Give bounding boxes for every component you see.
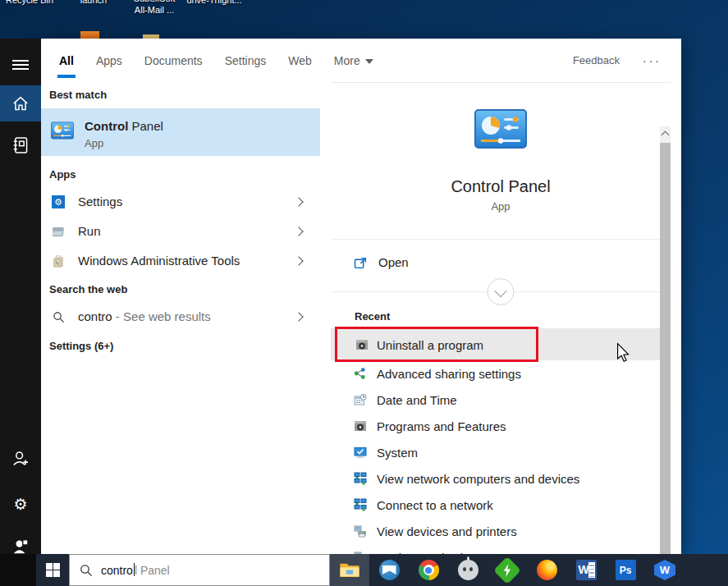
taskbar-item-chrome[interactable]	[409, 554, 448, 586]
recent-item[interactable]: Date and Time	[331, 387, 671, 413]
robot-icon	[458, 560, 478, 580]
expand-chevron-button[interactable]	[488, 278, 515, 305]
web-result-row[interactable]: contro - See web results	[41, 304, 320, 330]
tab-apps[interactable]: Apps	[96, 54, 122, 67]
feedback-button[interactable]: Feedback	[573, 54, 620, 66]
chevron-right-icon[interactable]	[294, 312, 303, 321]
taskbar-item-firefox[interactable]	[527, 554, 566, 586]
chevron-right-icon[interactable]	[294, 197, 303, 206]
scroll-up-icon[interactable]	[662, 131, 670, 140]
thunderbird-icon	[379, 560, 400, 580]
person-add-icon	[11, 450, 30, 468]
recent-item[interactable]: System	[331, 439, 671, 465]
divider	[331, 239, 671, 240]
search-input-typed-text[interactable]: contro	[101, 564, 133, 577]
taskbar-item-flashget[interactable]	[488, 554, 527, 586]
app-result-settings[interactable]: ⚙ Settings	[41, 189, 320, 215]
recent-item-uninstall-a-program[interactable]: Uninstall a program	[331, 328, 671, 360]
desktop-icon-label[interactable]: Recycle Bin	[3, 0, 56, 5]
menu-hamburger-button[interactable]	[0, 47, 41, 83]
taskbar-item-photoshop[interactable]: Ps	[606, 554, 645, 586]
web-result-label: contro - See web results	[78, 309, 211, 323]
start-left-rail: ⚙	[0, 39, 41, 554]
best-match-header: Best match	[49, 89, 107, 101]
devices-printer-icon	[354, 524, 367, 538]
add-account-button[interactable]	[0, 441, 41, 477]
sharing-icon	[354, 367, 367, 380]
datetime-icon	[354, 393, 367, 406]
search-icon	[80, 564, 93, 577]
recent-item[interactable]: Advanced sharing settings	[331, 360, 671, 387]
desktop-icon-label[interactable]: drive-Thight...	[182, 0, 246, 5]
green-bolt-icon	[493, 556, 521, 584]
desktop-icon-label[interactable]: CubexSoft	[125, 0, 184, 3]
taskbar-item-thunderbird[interactable]	[369, 554, 409, 586]
search-tabs-bar: All Apps Documents Settings Web More Fee…	[41, 39, 681, 82]
network-icon	[354, 498, 367, 511]
scrollbar-thumb[interactable]	[660, 143, 671, 582]
scrollbar[interactable]	[660, 126, 671, 586]
chevron-right-icon[interactable]	[294, 227, 303, 236]
preview-app-subtitle: App	[331, 200, 671, 213]
preview-panel: Control Panel App Open Recent Uninstall …	[331, 82, 671, 554]
apps-header: Apps	[49, 168, 76, 181]
preview-app-title: Control Panel	[331, 177, 671, 196]
chrome-icon	[419, 560, 439, 580]
taskbar-search-box[interactable]: control Panel	[69, 554, 330, 586]
chevron-down-icon	[494, 285, 507, 298]
photoshop-icon: Ps	[616, 560, 636, 580]
windows-logo-icon	[46, 563, 60, 577]
settings-button[interactable]: ⚙	[0, 486, 41, 522]
taskbar-item-file-explorer[interactable]	[330, 554, 369, 586]
programs-icon	[355, 338, 369, 351]
desktop-icon-label[interactable]: launch	[72, 0, 115, 5]
settings-app-icon: ⚙	[52, 195, 65, 208]
search-web-header: Search the web	[49, 283, 127, 295]
taskbar-item-word[interactable]: W	[566, 554, 606, 586]
taskbar-left-gap	[0, 554, 36, 586]
open-external-icon	[354, 256, 368, 270]
chevron-right-icon[interactable]	[294, 256, 303, 265]
network-icon	[354, 472, 367, 485]
active-tab-underline	[57, 75, 76, 78]
search-icon	[53, 311, 65, 323]
recent-item[interactable]: Programs and Features	[331, 413, 671, 439]
tab-all[interactable]: All	[59, 54, 74, 67]
wps-office-icon: W	[654, 560, 675, 580]
recent-item[interactable]: View network computers and devices	[331, 465, 671, 492]
recent-header: Recent	[355, 310, 390, 323]
tab-more[interactable]: More	[334, 54, 373, 67]
tab-web[interactable]: Web	[288, 54, 312, 67]
gear-icon: ⚙	[13, 497, 27, 512]
best-match-subtitle: App	[85, 137, 103, 149]
taskbar-icons: W Ps W	[330, 554, 685, 586]
desktop-icon-label[interactable]: All-Mail ...	[125, 5, 184, 15]
tab-settings[interactable]: Settings	[225, 54, 267, 67]
best-match-title: Control Panel	[85, 119, 163, 133]
taskbar-item-robot-app[interactable]	[448, 554, 488, 586]
home-button[interactable]	[0, 85, 41, 121]
journal-icon	[11, 136, 30, 154]
word-icon: W	[576, 560, 597, 580]
overflow-menu-button[interactable]: ···	[643, 54, 662, 67]
firefox-icon	[537, 560, 557, 580]
best-match-result-control-panel[interactable]: Control Panel App	[41, 108, 320, 156]
home-icon	[11, 94, 30, 112]
tab-documents[interactable]: Documents	[144, 54, 203, 67]
start-button[interactable]	[36, 554, 69, 586]
user-icon	[11, 538, 30, 556]
run-app-icon	[53, 227, 64, 236]
desktop-icon-peek[interactable]	[80, 31, 99, 39]
recent-item[interactable]: View devices and printers	[331, 518, 671, 544]
programs-icon	[354, 419, 367, 433]
admin-tools-icon	[53, 255, 65, 268]
taskbar-item-wps-office[interactable]: W	[645, 554, 685, 586]
journal-button[interactable]	[0, 127, 41, 163]
search-autocomplete-hint: l Panel	[135, 564, 170, 577]
settings-results-header: Settings (6+)	[49, 340, 113, 352]
taskbar: control Panel W Ps W	[0, 554, 728, 586]
app-result-run[interactable]: Run	[41, 218, 320, 245]
app-result-windows-admin-tools[interactable]: Windows Administrative Tools	[41, 248, 320, 274]
recent-item[interactable]: Connect to a network	[331, 492, 671, 518]
system-icon	[354, 446, 367, 459]
